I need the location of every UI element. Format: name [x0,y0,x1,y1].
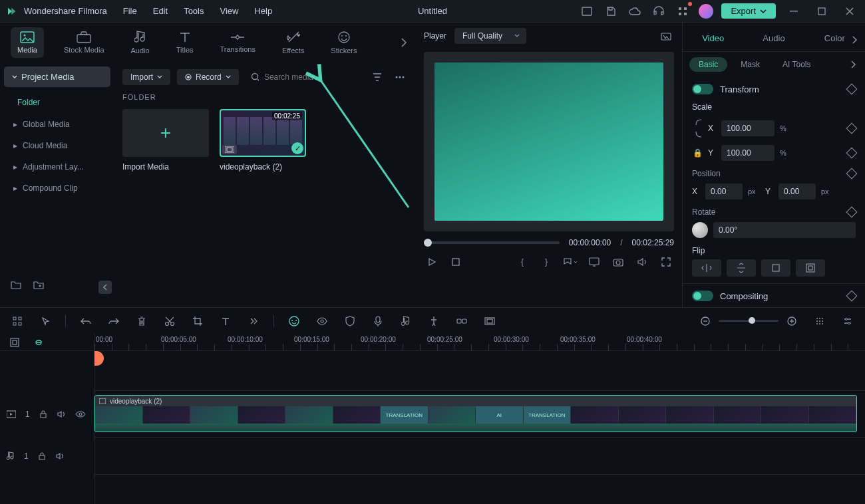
timeline-clip[interactable]: videoplayback (2) TRANSLATIONAITRANSLATI… [94,395,857,432]
tl-crop-icon[interactable] [190,313,206,329]
tl-delete-icon[interactable] [134,313,150,329]
mark-out-button[interactable]: } [538,254,554,270]
keyframe-diamond[interactable] [846,84,858,95]
audio-track-row[interactable] [94,438,865,475]
tl-link-icon[interactable] [454,313,470,329]
mark-in-button[interactable]: { [514,254,530,270]
tab-audio[interactable]: Audio [124,27,156,59]
subtab-ai-tools[interactable]: AI Tools [773,57,820,72]
search-box[interactable] [246,70,363,84]
maximize-button[interactable] [812,2,832,21]
menu-tools[interactable]: Tools [184,6,204,16]
avatar[interactable] [699,4,713,19]
keyframe-diamond[interactable] [846,207,858,218]
tl-marker-icon[interactable] [426,313,442,329]
tab-media[interactable]: Media [11,27,44,58]
tl-cut-icon[interactable] [162,313,178,329]
chevron-right-icon[interactable] [845,57,861,72]
compositing-toggle[interactable] [692,291,713,301]
timeline-canvas[interactable]: 00:00 00:00:05:00 00:00:10:00 00:00:15:0… [94,334,865,504]
more-icon[interactable] [392,69,408,85]
playhead[interactable] [96,334,97,504]
scale-x-input[interactable] [721,120,775,136]
quality-select[interactable]: Full Quality [454,28,526,44]
sidebar-item-cloud-media[interactable]: ▸Cloud Media [4,135,110,156]
media-clip-card[interactable]: 00:02:25 ✓ videoplayback (2) [220,109,306,172]
close-button[interactable] [840,2,860,21]
preview-scrubber[interactable] [424,241,560,244]
tl-apps-icon[interactable] [9,313,25,329]
record-button[interactable]: Record [177,69,239,85]
tl-undo-icon[interactable] [78,313,94,329]
subtab-mask[interactable]: Mask [731,57,769,72]
import-button[interactable]: Import [122,69,170,85]
tl-cursor-icon[interactable] [37,313,53,329]
chevron-right-icon[interactable] [846,32,862,48]
inspector-tab-audio[interactable]: Audio [743,25,804,51]
save-icon[interactable] [603,3,619,19]
tab-titles[interactable]: Titles [170,27,200,58]
project-media-header[interactable]: Project Media [4,66,110,87]
stop-button[interactable] [448,254,464,270]
menu-file[interactable]: File [123,6,137,16]
menu-help[interactable]: Help [254,6,272,16]
flip-horizontal-button[interactable] [692,259,721,277]
tl-music-icon[interactable] [398,313,414,329]
camera-button[interactable] [610,254,626,270]
import-media-card[interactable]: + Import Media [122,109,209,172]
keyframe-diamond[interactable] [846,168,858,180]
timeline-ruler[interactable]: 00:00 00:00:05:00 00:00:10:00 00:00:15:0… [94,334,865,351]
preview-canvas[interactable] [424,52,674,231]
tab-stock-media[interactable]: Stock Media [57,27,111,58]
tl-chain-icon[interactable] [31,334,47,350]
tl-collapse-icon[interactable] [7,334,23,350]
menu-edit[interactable]: Edit [153,6,168,16]
flip-center-button[interactable] [761,259,790,277]
tl-mic-icon[interactable] [370,313,386,329]
pos-y-input[interactable] [778,184,816,199]
rotate-input[interactable] [713,222,856,238]
snapshot-icon[interactable] [658,28,674,44]
pos-x-input[interactable] [705,184,743,199]
tl-more-icon[interactable] [246,313,261,329]
tab-transitions[interactable]: Transitions [214,28,262,57]
layout-icon[interactable] [579,3,595,19]
video-track-header[interactable]: 1 [0,391,94,438]
volume-button[interactable] [634,254,650,270]
sidebar-collapse-button[interactable] [98,281,112,294]
cloud-icon[interactable] [627,3,643,19]
sidebar-item-adjustment-layer[interactable]: ▸Adjustment Lay... [4,156,110,178]
support-icon[interactable] [651,3,667,19]
markers-button[interactable] [562,254,578,270]
scrubber-head[interactable] [424,239,432,247]
zoom-slider[interactable] [719,320,778,322]
tab-stickers[interactable]: Stickers [324,27,363,59]
lock-icon[interactable] [38,452,46,460]
apps-icon[interactable] [675,3,691,19]
fullscreen-button[interactable] [658,254,674,270]
lock-icon[interactable]: 🔒 [692,148,703,158]
visibility-icon[interactable] [75,411,86,418]
tabs-scroll-right[interactable] [397,29,411,56]
slider-thumb[interactable] [749,317,755,324]
video-track-row[interactable]: videoplayback (2) TRANSLATIONAITRANSLATI… [94,391,865,438]
subtab-basic[interactable]: Basic [689,57,727,72]
rotate-knob[interactable] [692,222,708,238]
keyframe-diamond[interactable] [846,148,858,159]
tl-eye-icon[interactable] [314,313,330,329]
sidebar-item-global-media[interactable]: ▸Global Media [4,114,110,135]
tl-redo-icon[interactable] [106,313,122,329]
export-button[interactable]: Export [721,3,776,19]
display-button[interactable] [586,254,602,270]
new-folder-icon[interactable] [8,277,24,293]
flip-vertical-button[interactable] [727,259,756,277]
tl-ai-icon[interactable] [286,313,302,329]
tl-text-icon[interactable] [218,313,234,329]
tl-grid-icon[interactable] [812,313,828,329]
mute-icon[interactable] [55,452,65,460]
keyframe-diamond[interactable] [846,291,858,302]
tab-effects[interactable]: Effects [275,27,311,59]
zoom-out-icon[interactable] [697,313,713,329]
menu-view[interactable]: View [220,6,238,16]
lock-icon[interactable] [39,410,47,418]
